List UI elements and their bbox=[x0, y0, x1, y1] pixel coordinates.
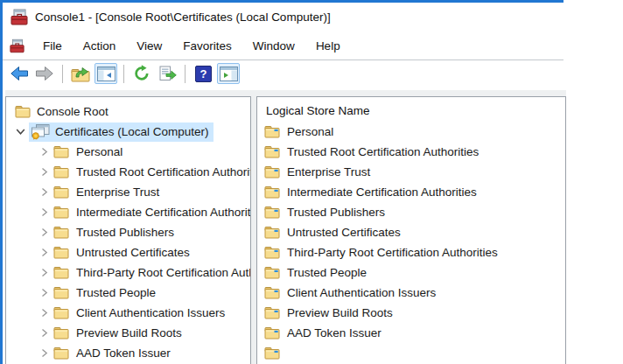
back-button[interactable] bbox=[8, 63, 31, 84]
tree-item-label: Intermediate Certification Authorities bbox=[76, 206, 251, 219]
toolbar-separator bbox=[62, 65, 63, 83]
menu-item-favorites[interactable]: Favorites bbox=[172, 39, 242, 52]
menu-item-file[interactable]: File bbox=[32, 39, 73, 52]
folder-icon bbox=[53, 266, 69, 279]
forward-arrow-icon bbox=[35, 66, 54, 81]
chevron-right-icon[interactable] bbox=[38, 147, 50, 157]
menu-bar-items: FileActionViewFavoritesWindowHelp bbox=[32, 39, 351, 52]
certificate-store-folder-icon bbox=[264, 266, 280, 279]
help-button[interactable]: ? bbox=[192, 63, 214, 84]
workspace: Console Root bbox=[5, 90, 566, 364]
tree-item[interactable]: Enterprise Trust bbox=[6, 182, 250, 202]
chevron-right-icon[interactable] bbox=[38, 308, 50, 318]
toolbar-separator bbox=[123, 65, 124, 83]
tree-item-label: Console Root bbox=[37, 105, 108, 118]
list-item-label: Client Authentication Issuers bbox=[287, 286, 436, 299]
export-list-icon bbox=[158, 66, 177, 81]
list-item[interactable]: Intermediate Certification Authorities bbox=[262, 182, 565, 202]
certificate-store-folder-icon bbox=[264, 125, 280, 138]
list-items: Personal Trusted Root Certification Auth… bbox=[262, 122, 565, 343]
tree-item-label: Client Authentication Issuers bbox=[76, 306, 225, 319]
toolbar: ? bbox=[3, 60, 564, 87]
list-item-partial[interactable] bbox=[262, 343, 565, 363]
export-list-button[interactable] bbox=[156, 63, 178, 84]
tree-item[interactable]: Personal bbox=[6, 142, 250, 162]
list-item[interactable]: Third-Party Root Certification Authoriti… bbox=[262, 242, 565, 262]
store-list-pane: Logical Store Name Personal Trusted Root… bbox=[256, 96, 566, 364]
help-question-icon: ? bbox=[195, 66, 212, 82]
menu-item-window[interactable]: Window bbox=[242, 39, 305, 52]
certificate-store-folder-icon bbox=[264, 246, 280, 259]
tree-item-certificates-local-computer[interactable]: Certificates (Local Computer) bbox=[6, 122, 250, 142]
window-title: Console1 - [Console Root\Certificates (L… bbox=[35, 10, 331, 24]
list-item-label: Enterprise Trust bbox=[287, 165, 370, 178]
list-item-label: Preview Build Roots bbox=[287, 306, 393, 319]
menu-item-view[interactable]: View bbox=[126, 39, 172, 52]
list-item[interactable]: Trusted Root Certification Authorities bbox=[262, 142, 565, 162]
up-one-level-button[interactable] bbox=[69, 63, 92, 84]
tree-item-label: Enterprise Trust bbox=[76, 186, 159, 199]
title-bar: Console1 - [Console Root\Certificates (L… bbox=[3, 3, 564, 32]
tree-children: Personal Trusted Root Certification Auth… bbox=[6, 142, 250, 363]
tree-item-label: Personal bbox=[76, 145, 122, 158]
chevron-right-icon[interactable] bbox=[38, 228, 50, 237]
tree-item[interactable]: AAD Token Issuer bbox=[6, 343, 250, 363]
folder-icon bbox=[53, 186, 69, 199]
folder-up-arrow-icon bbox=[71, 66, 90, 82]
list-item[interactable]: Personal bbox=[262, 122, 565, 142]
tree-item[interactable]: Client Authentication Issuers bbox=[6, 303, 250, 323]
list-item-label: Third-Party Root Certification Authoriti… bbox=[287, 246, 498, 259]
chevron-right-icon[interactable] bbox=[38, 248, 50, 257]
show-hide-action-pane-button[interactable] bbox=[217, 63, 240, 84]
list-item-label: Trusted Root Certification Authorities bbox=[287, 145, 479, 158]
folder-icon bbox=[53, 145, 69, 158]
chevron-right-icon[interactable] bbox=[38, 288, 50, 298]
menu-bar: FileActionViewFavoritesWindowHelp bbox=[3, 32, 564, 60]
list-item[interactable]: AAD Token Issuer bbox=[262, 323, 565, 343]
folder-icon bbox=[53, 226, 69, 239]
tree-item-label: Untrusted Certificates bbox=[76, 246, 190, 259]
tree-item-label: Trusted Publishers bbox=[76, 226, 174, 239]
tree-item[interactable]: Trusted People bbox=[6, 283, 250, 303]
forward-button[interactable] bbox=[33, 63, 56, 84]
tree-item[interactable]: Intermediate Certification Authorities bbox=[6, 202, 250, 222]
certificates-snapin-icon bbox=[31, 124, 50, 140]
certificate-store-folder-icon bbox=[264, 165, 280, 178]
menu-item-help[interactable]: Help bbox=[305, 39, 351, 52]
list-item[interactable]: Trusted People bbox=[262, 262, 565, 283]
tree-item[interactable]: Trusted Publishers bbox=[6, 222, 250, 242]
chevron-right-icon[interactable] bbox=[38, 348, 50, 358]
refresh-button[interactable] bbox=[130, 63, 153, 84]
chevron-right-icon[interactable] bbox=[38, 207, 50, 217]
chevron-down-icon[interactable] bbox=[15, 127, 26, 136]
list-item[interactable]: Untrusted Certificates bbox=[262, 222, 565, 242]
folder-icon bbox=[53, 286, 69, 299]
tree-item-label: Trusted Root Certification Authorities bbox=[76, 165, 251, 178]
chevron-right-icon[interactable] bbox=[38, 328, 50, 338]
tree-item-console-root[interactable]: Console Root bbox=[6, 102, 250, 122]
folder-icon bbox=[53, 326, 69, 340]
list-column-header[interactable]: Logical Store Name bbox=[262, 100, 565, 122]
chevron-right-icon[interactable] bbox=[38, 187, 50, 197]
menu-item-action[interactable]: Action bbox=[73, 39, 127, 52]
tree-item[interactable]: Third-Party Root Certification Authoriti… bbox=[6, 262, 250, 283]
tree-item[interactable]: Untrusted Certificates bbox=[6, 242, 250, 262]
list-item[interactable]: Client Authentication Issuers bbox=[262, 283, 565, 303]
chevron-right-icon[interactable] bbox=[38, 268, 50, 277]
folder-icon bbox=[53, 165, 69, 178]
certificate-store-folder-icon bbox=[264, 326, 280, 340]
mmc-console-icon bbox=[10, 9, 28, 25]
list-item[interactable]: Preview Build Roots bbox=[262, 303, 565, 323]
chevron-right-icon[interactable] bbox=[38, 167, 50, 177]
tree-item[interactable]: Preview Build Roots bbox=[6, 323, 250, 343]
tree-item[interactable]: Trusted Root Certification Authorities bbox=[6, 162, 250, 182]
list-item-label: Personal bbox=[287, 125, 333, 138]
list-item-label: Trusted People bbox=[287, 266, 367, 279]
tree-item-label: Trusted People bbox=[76, 286, 156, 299]
show-hide-console-tree-button[interactable] bbox=[94, 63, 117, 84]
certificate-store-folder-icon bbox=[264, 186, 280, 199]
list-item[interactable]: Enterprise Trust bbox=[262, 162, 565, 182]
folder-icon bbox=[53, 206, 69, 219]
list-item[interactable]: Trusted Publishers bbox=[262, 202, 565, 222]
certificate-store-folder-icon bbox=[264, 145, 280, 158]
